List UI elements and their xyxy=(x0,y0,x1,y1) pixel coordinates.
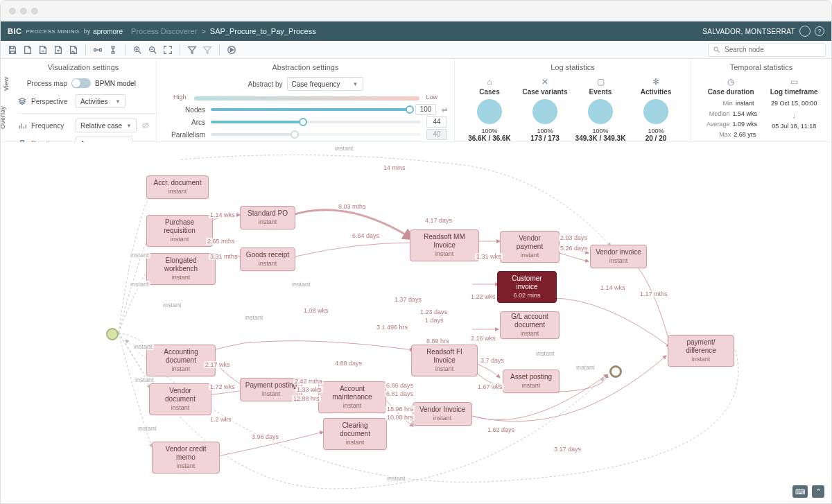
traffic-light-dot xyxy=(20,8,27,15)
keyboard-shortcut-button[interactable]: ⌨ xyxy=(792,485,808,498)
node-customer-invoice[interactable]: Customer invoice6.02 mins xyxy=(497,271,557,303)
node-vendor-document[interactable]: Vendor documentinstant xyxy=(149,383,211,415)
edge-label: 3.31 mths xyxy=(209,253,239,260)
export-bpmn-button[interactable] xyxy=(21,44,34,56)
canvas-floating-controls: ⌨ ⌃ xyxy=(792,485,824,498)
node-readsoft-mm-invoice[interactable]: Readsoft MM Invoiceinstant xyxy=(410,229,479,261)
end-node[interactable] xyxy=(609,365,622,378)
perspective-dropdown[interactable]: Activities▼ xyxy=(76,94,125,108)
edge-label: instant xyxy=(291,281,312,288)
node-gl-account-document[interactable]: G/L account documentinstant xyxy=(500,311,560,339)
logstats-panel-title: Log statistics xyxy=(462,63,684,71)
stat-variants[interactable]: ✕ Case variants 100%173 / 173 xyxy=(517,77,573,142)
visualization-settings-panel: View Overlay Visualization settings Proc… xyxy=(1,59,157,141)
log-timeframe-column: ▭ Log timeframe 29 Oct 15, 00:00 ↓ 05 Ju… xyxy=(770,77,818,139)
edge-label: instant xyxy=(132,343,154,350)
edge-label: 1.33 wks xyxy=(295,386,323,393)
arcs-slider-label: Arcs xyxy=(164,119,205,126)
parallelism-slider[interactable] xyxy=(211,133,421,136)
svg-rect-3 xyxy=(112,51,114,53)
brand-subtitle: PROCESS MINING xyxy=(26,28,79,35)
node-account-maintenance[interactable]: Account maintenanceinstant xyxy=(318,381,386,413)
zoom-out-button[interactable] xyxy=(146,44,159,56)
edge-label: 1.62 days xyxy=(486,426,516,433)
calendar-icon: ▭ xyxy=(790,77,798,87)
search-container[interactable] xyxy=(708,43,826,57)
gauge-icon xyxy=(588,99,613,124)
animate-button[interactable] xyxy=(225,44,238,56)
settings-stats-row: View Overlay Visualization settings Proc… xyxy=(1,59,831,142)
node-elongated-workbench[interactable]: Elongated workbenchinstant xyxy=(146,253,216,285)
edge-label: 3.7 days xyxy=(479,357,505,364)
log-statistics-panel: Log statistics ⌂ Cases 100%36.6K / 36.6K… xyxy=(455,59,691,141)
node-payment-difference[interactable]: payment/ differenceinstant xyxy=(668,335,734,367)
help-icon[interactable]: ? xyxy=(815,26,824,36)
layout-tb-button[interactable] xyxy=(107,44,119,56)
frequency-dropdown[interactable]: Relative case▼ xyxy=(76,119,137,132)
edge-label: instant xyxy=(575,364,596,371)
user-name: SALVADOR, MONTSERRAT xyxy=(702,28,795,35)
zoom-in-button[interactable] xyxy=(131,44,144,56)
search-input[interactable] xyxy=(723,45,821,54)
collapse-panel-button[interactable]: ⌃ xyxy=(812,485,824,498)
start-node[interactable] xyxy=(106,328,119,340)
node-vendor-credit-memo[interactable]: Vendor credit memoinstant xyxy=(152,442,220,473)
swap-icon[interactable]: ⇄ xyxy=(442,106,447,114)
nodes-value[interactable]: 100 xyxy=(415,104,436,115)
filter-clear-button[interactable] xyxy=(201,44,214,56)
filter-button[interactable] xyxy=(186,44,198,56)
node-vendor-invoice[interactable]: Vendor invoiceinstant xyxy=(590,245,647,268)
frequency-label: Frequency xyxy=(31,122,71,130)
layout-lr-button[interactable] xyxy=(92,44,104,56)
view-side-label: View xyxy=(3,77,10,91)
stat-activities[interactable]: ✻ Activities 100%20 / 20 xyxy=(628,77,684,142)
node-vendor-invoice-2[interactable]: Vendor Invoiceinstant xyxy=(413,402,472,426)
edge-label: instant xyxy=(243,314,265,321)
export-json-button[interactable] xyxy=(52,44,64,56)
node-vendor-payment[interactable]: Vendor paymentinstant xyxy=(500,231,560,263)
fit-screen-button[interactable] xyxy=(162,44,174,56)
node-purchase-requisition[interactable]: Purchase requisitioninstant xyxy=(146,215,213,247)
edge-label: 12.88 hrs xyxy=(292,395,321,402)
breadcrumb-root[interactable]: Process Discoverer xyxy=(131,27,197,35)
nodes-slider[interactable] xyxy=(211,108,410,111)
edge-label: 4.17 days xyxy=(424,217,453,224)
edge-label: instant xyxy=(129,252,150,259)
user-avatar-icon[interactable] xyxy=(799,26,811,37)
stat-events[interactable]: ▢ Events 100%349.3K / 349.3K xyxy=(573,77,628,142)
export-pdf-button[interactable] xyxy=(37,44,49,56)
edge-label: instant xyxy=(134,376,155,383)
node-accr-document[interactable]: Accr. documentinstant xyxy=(146,175,209,199)
edge-label: 2.16 wks xyxy=(469,335,497,342)
node-asset-posting[interactable]: Asset postinginstant xyxy=(503,370,560,393)
visibility-off-icon[interactable] xyxy=(141,121,150,130)
case-duration-column: ◷ Case duration Mininstant Median1.54 wk… xyxy=(704,77,757,139)
node-standard-po[interactable]: Standard POinstant xyxy=(240,206,295,229)
clock-icon: ◷ xyxy=(727,77,734,87)
node-accounting-document[interactable]: Accounting documentinstant xyxy=(146,345,216,376)
edge-label: 3 1.496 hrs xyxy=(375,324,409,331)
edge-label: 3.17 days xyxy=(553,446,582,453)
abstract-by-dropdown[interactable]: Case frequency▼ xyxy=(287,77,363,91)
edge-label: 1.22 wks xyxy=(469,293,497,300)
perspective-label: Perspective xyxy=(31,98,71,105)
stat-cases[interactable]: ⌂ Cases 100%36.6K / 36.6K xyxy=(462,77,517,142)
process-map-toggle[interactable] xyxy=(71,78,91,88)
abstract-by-label: Abstract by xyxy=(248,80,282,88)
variants-icon: ✕ xyxy=(541,77,548,87)
node-clearing-document[interactable]: Clearing documentinstant xyxy=(323,418,387,450)
events-icon: ▢ xyxy=(597,77,605,87)
edge-label: 10.08 hrs xyxy=(385,414,415,421)
edge-label: 8.89 hrs xyxy=(425,338,451,345)
export-image-button[interactable] xyxy=(67,44,80,56)
edge-label: 6.81 days xyxy=(385,390,415,397)
process-map-canvas[interactable]: Accr. documentinstant Purchase requisiti… xyxy=(1,142,831,504)
vendor-name: apromore xyxy=(93,28,123,35)
save-button[interactable] xyxy=(6,44,19,56)
arcs-value[interactable]: 44 xyxy=(426,116,447,128)
arcs-slider[interactable] xyxy=(211,121,421,123)
node-goods-receipt[interactable]: Goods receiptinstant xyxy=(240,247,295,271)
edge-label: 4.88 days xyxy=(333,360,363,367)
svg-rect-2 xyxy=(112,46,114,48)
node-readsoft-fi-invoice[interactable]: Readsoft FI Invoiceinstant xyxy=(411,345,478,376)
